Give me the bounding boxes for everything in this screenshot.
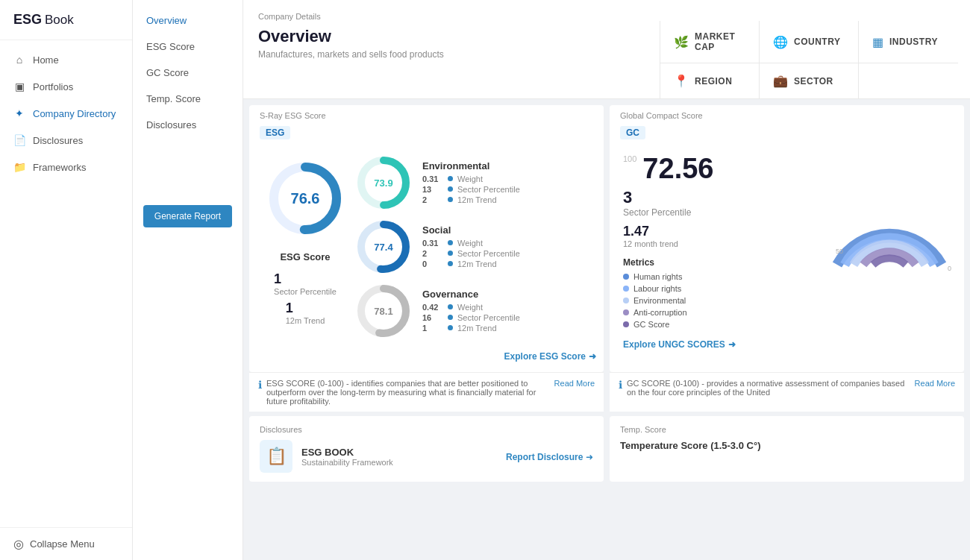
human-rights-label: Human rights — [633, 272, 682, 281]
industry-icon: ▦ — [872, 35, 883, 49]
gov-weight-row: 0.42 Weight — [422, 303, 596, 312]
sidebar-item-label: Portfolios — [33, 81, 73, 92]
environmental-label: Environmental — [633, 296, 686, 305]
social-circle: 77.4 — [354, 217, 413, 277]
subnav-item-esg-score[interactable]: ESG Score — [133, 34, 242, 60]
esg-trend-val: 1 — [286, 301, 325, 316]
collapse-icon: ◎ — [13, 537, 24, 551]
env-weight-row: 0.31 Weight — [422, 174, 596, 183]
market-cap-icon: 🌿 — [674, 35, 689, 49]
country-badge: 🌐 COUNTRY — [760, 21, 859, 63]
esg-sector-percentile: 1 Sector Percentile — [274, 271, 337, 296]
portfolios-icon: ▣ — [13, 81, 25, 92]
gc-section-label: Global Compact Score — [620, 111, 954, 120]
svg-text:50: 50 — [836, 248, 843, 255]
environmental-details: Environmental 0.31 Weight 13 Sector Perc… — [422, 160, 596, 206]
gc-score-panel: Global Compact Score GC 100 72.56 3 Sect… — [610, 105, 964, 372]
esg-section-label: S-Ray ESG Score — [260, 111, 593, 120]
esg-percentile-label: Sector Percentile — [274, 287, 337, 296]
social-row: 77.4 Social 0.31 Weight 2 — [354, 217, 596, 277]
gc-info-icon: ℹ — [619, 379, 622, 391]
esg-main-score: 76.6 — [291, 190, 320, 207]
gc-metric-anti-corruption: Anti-corruption — [623, 308, 816, 317]
collapse-label: Collapse Menu — [30, 538, 95, 550]
bottom-row: Disclosures 📋 ESG BOOK Sustainability Fr… — [243, 416, 970, 488]
gc-read-more[interactable]: Read More — [915, 379, 955, 388]
temp-score-panel: Temp. Score Temperature Score (1.5-3.0 C… — [610, 416, 964, 482]
sidebar-item-label: Company Directory — [33, 108, 116, 119]
region-icon: 📍 — [674, 74, 689, 88]
explore-ungc-label: Explore UNGC SCORES — [623, 339, 725, 350]
human-rights-dot — [623, 274, 629, 280]
sidebar-item-home[interactable]: ⌂ Home — [0, 46, 132, 73]
governance-details: Governance 0.42 Weight 16 Sector Percent… — [422, 289, 596, 334]
company-badges: 🌿 MARKET CAP 🌐 COUNTRY ▦ INDUSTRY 📍 REGI… — [660, 21, 958, 98]
sidebar-item-frameworks[interactable]: 📁 Frameworks — [0, 154, 132, 180]
soc-trend-row: 0 12m Trend — [422, 259, 596, 268]
esg-read-more[interactable]: Read More — [554, 379, 595, 388]
sector-label: SECTOR — [794, 76, 833, 86]
environmental-circle: 73.9 — [354, 153, 413, 213]
sidebar-item-company-directory[interactable]: ✦ Company Directory — [0, 100, 132, 127]
explore-ungc-link[interactable]: Explore UNGC SCORES ➜ — [623, 339, 816, 350]
gc-trend-label: 12 month trend — [623, 239, 816, 248]
soc-percentile-dot — [448, 251, 453, 256]
market-cap-label: MARKET CAP — [695, 31, 745, 52]
region-badge: 📍 REGION — [660, 63, 760, 98]
report-disclosure-icon: ➜ — [586, 452, 593, 462]
governance-row: 78.1 Governance 0.42 Weight 16 — [354, 281, 596, 341]
report-disclosure-link[interactable]: Report Disclosure ➜ — [506, 451, 593, 462]
disclosures-icon: 📋 — [260, 440, 292, 473]
sidebar-item-portfolios[interactable]: ▣ Portfolios — [0, 73, 132, 100]
overview-subtitle: Manufactures, markets and sells food pro… — [258, 49, 657, 60]
gc-score-dot — [623, 321, 629, 327]
disclosures-panel: Disclosures 📋 ESG BOOK Sustainability Fr… — [249, 416, 604, 482]
gc-metric-human-rights: Human rights — [623, 272, 816, 281]
subnav-item-disclosures[interactable]: Disclosures — [133, 112, 242, 138]
gc-tag: GC — [620, 126, 645, 139]
esg-percentile-val: 1 — [274, 271, 337, 287]
anti-corruption-label: Anti-corruption — [633, 308, 687, 317]
sector-icon: 💼 — [773, 74, 788, 88]
env-percentile-dot — [448, 186, 453, 192]
report-disclosure-label: Report Disclosure — [506, 452, 583, 462]
gc-score-label: GC Score — [633, 320, 669, 329]
collapse-menu-button[interactable]: ◎ Collapse Menu — [0, 527, 132, 560]
gc-metrics-title: Metrics — [623, 257, 816, 268]
soc-weight-row: 0.31 Weight — [422, 239, 596, 248]
esg-left: 76.6 ESG Score 1 Sector Percentile 1 12m… — [257, 150, 354, 365]
gov-weight-dot — [448, 304, 453, 309]
env-weight-dot — [448, 176, 453, 181]
esg-trend: 1 12m Trend — [286, 301, 325, 325]
esg-info-icon: ℹ — [258, 379, 262, 391]
subnav-item-overview[interactable]: Overview — [133, 7, 242, 34]
country-label: COUNTRY — [794, 37, 840, 47]
gc-info-text: GC SCORE (0-100) - provides a normative … — [627, 379, 910, 397]
frameworks-icon: 📁 — [13, 161, 25, 173]
social-details: Social 0.31 Weight 2 Sector Percentile — [422, 224, 596, 270]
disclosures-section-label: Disclosures — [260, 425, 593, 434]
environmental-name: Environmental — [422, 160, 596, 172]
gc-main-score: 72.56 — [642, 153, 713, 185]
sidebar-item-disclosures[interactable]: 📄 Disclosures — [0, 127, 132, 154]
explore-esg-label: Explore ESG Score — [504, 351, 586, 362]
gov-percentile-dot — [448, 315, 453, 320]
subnav-item-gc-score[interactable]: GC Score — [133, 60, 242, 86]
overview-section: Overview Manufactures, markets and sells… — [255, 21, 660, 98]
esg-info-row: ℹ ESG SCORE (0-100) - identifies compani… — [249, 372, 604, 412]
home-icon: ⌂ — [13, 54, 25, 66]
sidebar-item-label: Frameworks — [33, 162, 87, 173]
subnav-item-temp-score[interactable]: Temp. Score — [133, 86, 242, 112]
sidebar-item-label: Home — [33, 54, 59, 66]
generate-report-button[interactable]: Generate Report — [143, 205, 232, 227]
explore-esg-link[interactable]: Explore ESG Score ➜ — [354, 351, 596, 362]
gc-left: 100 72.56 3 Sector Percentile 1.47 12 mo… — [617, 150, 822, 353]
market-cap-badge: 🌿 MARKET CAP — [660, 21, 760, 63]
disclosures-subtitle: Sustainability Framework — [301, 458, 393, 467]
sidebar-item-label: Disclosures — [33, 135, 83, 146]
social-name: Social — [422, 224, 596, 236]
governance-score: 78.1 — [374, 306, 392, 317]
gc-percentile-label: Sector Percentile — [623, 207, 816, 218]
gc-arc-chart-svg: 50 0 — [822, 153, 957, 302]
country-icon: 🌐 — [773, 35, 788, 49]
